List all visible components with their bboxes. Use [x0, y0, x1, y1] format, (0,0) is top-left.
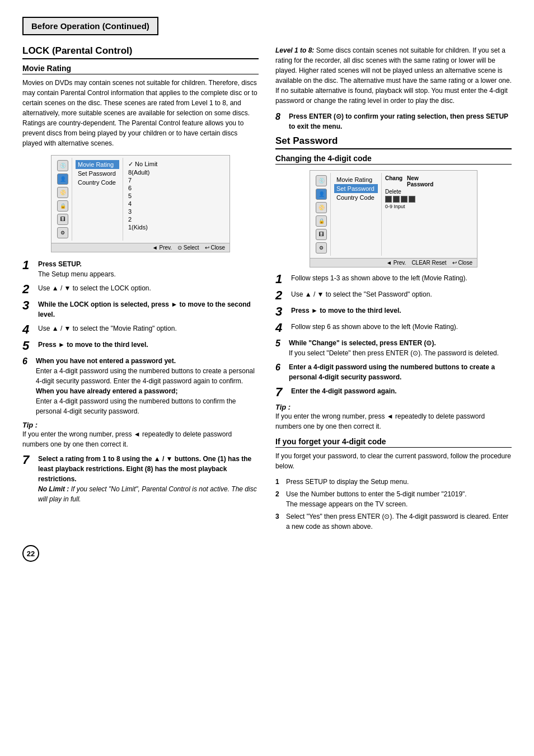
sq4: [409, 196, 415, 203]
step-5: 5 Press ► to move to the third level.: [22, 340, 259, 352]
pwd-change-label: Chang: [385, 175, 402, 187]
pwd-sub-col: Chang NewPassword Delete 0-9 Input: [381, 173, 437, 256]
sq1: [385, 196, 392, 203]
changing-title: Changing the 4-digit code: [275, 154, 512, 165]
tip-right: Tip : If you enter the wrong number, pre…: [275, 403, 512, 431]
sub-item-no-limit: No Limit: [127, 160, 159, 168]
forget-steps-list: 1 Press SETUP to display the Setup menu.…: [275, 477, 512, 532]
section-title: LOCK (Parental Control): [22, 45, 259, 59]
step-3: 3 While the LOCK option is selected, pre…: [22, 299, 259, 320]
sub-section-title: Movie Rating: [22, 64, 259, 74]
pwd-icon-disc: 💿: [316, 175, 327, 186]
pwd-menu-country-code: Country Code: [334, 193, 378, 202]
forget-title: If you forget your 4-digit code: [275, 437, 512, 448]
forget-step-1: 1 Press SETUP to display the Setup menu.: [275, 477, 512, 487]
sq2: [393, 196, 400, 203]
r-step-3: 3 Press ► to move to the third level.: [275, 306, 512, 318]
icon-disc: 💿: [57, 160, 68, 171]
tip-left: Tip : If you enter the wrong number, pre…: [22, 421, 259, 449]
page-number-container: 22: [22, 545, 512, 562]
step-2: 2 Use ▲ / ▼ to select the LOCK option.: [22, 283, 259, 295]
menu-items: Movie Rating Set Password Country Code: [72, 158, 123, 241]
sub-item-5: 5: [127, 192, 159, 200]
intro-text: Movies on DVDs may contain scenes not su…: [22, 78, 259, 148]
pwd-close-label: ↩ Close: [452, 260, 472, 266]
menu-bottom-bar-left: ◄ Prev. ⊙ Select ↩ Close: [51, 243, 229, 252]
level-text: Level 1 to 8: Some discs contain scenes …: [275, 45, 512, 106]
step-1: 1 Press SETUP.The Setup menu appears.: [22, 259, 259, 279]
r-step-5: 5 While "Change" is selected, press ENTE…: [275, 338, 512, 358]
menu-item-country-code: Country Code: [76, 178, 119, 187]
pwd-icon-cd: 📀: [316, 202, 327, 213]
pwd-icon-lock: 🔒: [316, 215, 327, 227]
pwd-menu-items: Movie Rating Set Password Country Code: [331, 173, 381, 256]
menu-screenshot-left: 💿 👤 📀 🔒 🎞 ⚙ Movie Rating Set Password Co…: [51, 155, 230, 252]
step-7: 7 Select a rating from 1 to 8 using the …: [22, 454, 259, 504]
set-password-title: Set Password: [275, 135, 512, 149]
pwd-icon-film: 🎞: [316, 229, 327, 240]
pwd-new-label: NewPassword: [407, 175, 433, 187]
page-number: 22: [22, 545, 39, 562]
forget-step-2: 2 Use the Number buttons to enter the 5-…: [275, 489, 512, 509]
icon-lock: 🔒: [57, 200, 68, 212]
r-step-2: 2 Use ▲ / ▼ to select the "Set Password"…: [275, 289, 512, 302]
sq3: [401, 196, 407, 203]
close-label: ↩ Close: [205, 245, 225, 251]
pwd-prev-label: ◄ Prev.: [386, 260, 406, 266]
r-step-6: 6 Enter a 4-digit password using the num…: [275, 362, 512, 382]
sub-item-2: 2: [127, 215, 159, 223]
sub-item-7: 7: [127, 176, 159, 184]
menu-icons: 💿 👤 📀 🔒 🎞 ⚙: [54, 158, 72, 241]
sub-item-3: 3: [127, 208, 159, 215]
icon-cd: 📀: [57, 187, 68, 198]
sub-item-6: 6: [127, 184, 159, 192]
pwd-delete-label: Delete: [385, 189, 401, 195]
menu-sub-items: No Limit 8(Adult) 7 6 5 4 3 2 1(Kids): [123, 158, 162, 241]
pwd-input-squares: [385, 196, 433, 203]
menu-item-movie-rating: Movie Rating: [76, 160, 119, 169]
icon-person: 👤: [57, 173, 68, 185]
pwd-menu-set-password: Set Password: [334, 184, 378, 193]
step-4: 4 Use ▲ / ▼ to select the "Movie Rating"…: [22, 323, 259, 336]
r-step-7: 7 Enter the 4-digit password again.: [275, 386, 512, 398]
r-step-4: 4 Follow step 6 as shown above to the le…: [275, 322, 512, 334]
sub-item-8: 8(Adult): [127, 168, 159, 176]
pwd-icon-person: 👤: [316, 189, 327, 200]
icon-gear: ⚙: [57, 227, 68, 238]
menu-screenshot-right: 💿 👤 📀 🔒 🎞 ⚙ Movie Rating Set Password Co…: [310, 170, 477, 267]
sub-item-1: 1(Kids): [127, 223, 159, 231]
forget-step-3: 3 Select "Yes" then press ENTER (⊙). The…: [275, 511, 512, 532]
pwd-clear-label: CLEAR Reset: [411, 260, 446, 266]
page-header: Before Operation (Continued): [22, 17, 512, 45]
icon-film: 🎞: [57, 214, 68, 225]
pwd-menu-bottom-bar: ◄ Prev. CLEAR Reset ↩ Close: [310, 258, 477, 267]
zero-nine-hint: 0-9 Input: [385, 204, 433, 209]
r-step-1: 1 Follow steps 1-3 as shown above to the…: [275, 273, 512, 285]
sub-item-4: 4: [127, 200, 159, 208]
prev-label: ◄ Prev.: [152, 245, 172, 251]
left-column: LOCK (Parental Control) Movie Rating Mov…: [22, 45, 259, 534]
menu-item-set-password: Set Password: [76, 169, 119, 178]
pwd-menu-icons: 💿 👤 📀 🔒 🎞 ⚙: [312, 173, 331, 256]
forget-intro: If you forget your password, to clear th…: [275, 451, 512, 471]
select-label: ⊙ Select: [177, 245, 199, 251]
step-8: 8 Press ENTER (⊙) to confirm your rating…: [275, 111, 512, 132]
pwd-icon-gear: ⚙: [316, 242, 327, 253]
pwd-menu-movie-rating: Movie Rating: [334, 175, 378, 184]
step-6: 6 When you have not entered a password y…: [22, 356, 259, 416]
right-column: Level 1 to 8: Some discs contain scenes …: [275, 45, 512, 534]
